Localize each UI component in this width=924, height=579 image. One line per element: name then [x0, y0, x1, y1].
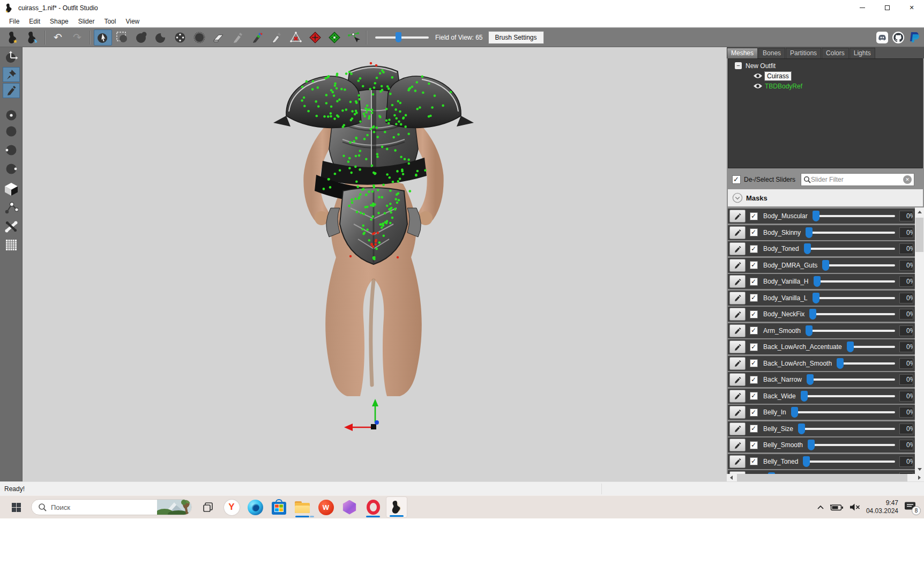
fov-slider-thumb[interactable]	[396, 32, 401, 42]
slider-value[interactable]: 0%	[899, 358, 913, 369]
taskbar-clock[interactable]: 9:47 04.03.2024	[866, 499, 898, 515]
slider-checkbox[interactable]	[750, 294, 758, 302]
slider-thumb[interactable]	[798, 424, 805, 434]
slider-thumb[interactable]	[808, 440, 815, 450]
yandex-browser-button[interactable]: Y	[221, 496, 242, 518]
slider-track[interactable]	[803, 456, 895, 467]
filter-clear-icon[interactable]: ✕	[903, 175, 912, 184]
tab-partitions[interactable]: Partitions	[786, 48, 821, 58]
battery-icon[interactable]	[830, 503, 844, 511]
slider-value[interactable]: 0%	[899, 325, 913, 336]
menu-tool[interactable]: Tool	[99, 17, 121, 26]
slider-thumb[interactable]	[806, 227, 813, 238]
slider-thumb[interactable]	[791, 407, 798, 418]
slider-value[interactable]: 0%	[899, 227, 913, 238]
menu-file[interactable]: File	[4, 17, 24, 26]
menu-edit[interactable]: Edit	[24, 17, 45, 26]
eye-icon[interactable]	[753, 83, 763, 89]
slider-checkbox[interactable]	[750, 425, 758, 433]
tree-item-tbdbodyref[interactable]: TBDBodyRef	[728, 81, 922, 91]
load-outfit-button[interactable]	[4, 29, 22, 46]
slider-checkbox[interactable]	[750, 409, 758, 417]
collision-mesh-button[interactable]	[287, 29, 305, 46]
slider-value[interactable]: 0%	[899, 243, 913, 254]
mask-brush-button[interactable]	[113, 29, 131, 46]
slider-checkbox[interactable]	[750, 343, 758, 351]
slider-value[interactable]: 0%	[899, 391, 913, 402]
slider-value[interactable]: 0%	[899, 260, 913, 271]
slider-value[interactable]: 0%	[899, 407, 913, 418]
light-frontal-toggle[interactable]	[3, 108, 20, 123]
light-directional2-toggle[interactable]	[3, 161, 20, 176]
vertex-edit-button[interactable]	[345, 29, 363, 46]
discord-button[interactable]	[876, 31, 889, 44]
close-button[interactable]: ✕	[899, 0, 924, 16]
color-brush-button[interactable]	[248, 29, 266, 46]
slider-edit-button[interactable]	[729, 340, 746, 353]
slider-thumb[interactable]	[801, 391, 808, 402]
taskbar-search[interactable]	[31, 499, 192, 515]
volume-muted-icon[interactable]	[849, 503, 861, 511]
slider-thumb[interactable]	[822, 260, 829, 271]
vertical-scrollbar[interactable]	[915, 207, 924, 474]
slider-thumb[interactable]	[803, 456, 810, 467]
slider-thumb[interactable]	[813, 293, 819, 303]
slider-edit-button[interactable]	[729, 324, 746, 337]
collision-green-diamond-button[interactable]	[325, 29, 344, 46]
tree-item-new-outfit[interactable]: − New Outfit	[728, 61, 922, 71]
slider-thumb[interactable]	[847, 342, 854, 352]
gem-app-button[interactable]	[339, 496, 360, 518]
task-view-button[interactable]	[197, 496, 219, 518]
wps-office-button[interactable]: W	[315, 496, 337, 518]
mesh-item-label[interactable]: TBDBodyRef	[765, 83, 802, 90]
slider-value[interactable]: 0%	[899, 440, 913, 450]
weight-brush-button[interactable]	[229, 29, 247, 46]
inflate-brush-button[interactable]	[132, 29, 151, 46]
slider-value[interactable]: 0%	[899, 424, 913, 434]
mesh-item-label[interactable]: Cuirass	[765, 72, 791, 80]
slider-track[interactable]	[847, 342, 895, 352]
slider-track[interactable]	[807, 374, 895, 385]
grid-toggle[interactable]	[3, 237, 20, 253]
slider-checkbox[interactable]	[750, 212, 758, 220]
menu-slider[interactable]: Slider	[73, 17, 100, 26]
slider-thumb[interactable]	[809, 309, 816, 320]
slider-track[interactable]	[809, 309, 895, 320]
tab-colors[interactable]: Colors	[822, 48, 849, 58]
slider-checkbox[interactable]	[750, 278, 758, 286]
bones-toggle[interactable]	[3, 219, 20, 234]
slider-checkbox[interactable]	[750, 441, 758, 449]
slider-checkbox[interactable]	[750, 392, 758, 400]
slider-track[interactable]	[804, 243, 895, 254]
microsoft-store-button[interactable]	[268, 496, 289, 518]
slider-thumb[interactable]	[837, 358, 844, 369]
scroll-right-icon[interactable]	[915, 474, 924, 481]
eraser-button[interactable]	[210, 29, 228, 46]
vertices-toggle[interactable]	[3, 200, 20, 215]
slider-checkbox[interactable]	[750, 326, 758, 335]
slider-thumb[interactable]	[804, 243, 811, 254]
light-directional1-toggle[interactable]	[3, 143, 20, 158]
slider-edit-button[interactable]	[729, 439, 746, 451]
brush-settings-button[interactable]: Brush Settings	[488, 31, 544, 44]
slider-edit-button[interactable]	[729, 242, 746, 255]
slider-edit-button[interactable]	[729, 259, 746, 272]
slider-checkbox[interactable]	[750, 310, 758, 318]
taskbar-search-input[interactable]	[51, 503, 157, 511]
redo-button[interactable]: ↷	[68, 29, 86, 46]
menu-shape[interactable]: Shape	[45, 17, 73, 26]
notification-center-button[interactable]: 8	[904, 501, 918, 513]
slider-edit-button[interactable]	[729, 226, 746, 239]
deflate-brush-button[interactable]	[152, 29, 170, 46]
textures-toggle[interactable]	[3, 181, 20, 196]
start-button[interactable]	[5, 496, 27, 518]
slider-track[interactable]	[814, 276, 896, 287]
outfit-studio-taskbar-button[interactable]	[386, 496, 407, 518]
smooth-brush-button[interactable]	[190, 29, 208, 46]
slider-edit-button[interactable]	[729, 373, 746, 386]
slider-track[interactable]	[813, 211, 895, 221]
slider-filter-box[interactable]: ✕	[801, 173, 914, 186]
slider-track[interactable]	[806, 325, 895, 336]
slider-value[interactable]: 0%	[899, 211, 913, 221]
slider-track[interactable]	[822, 260, 895, 271]
